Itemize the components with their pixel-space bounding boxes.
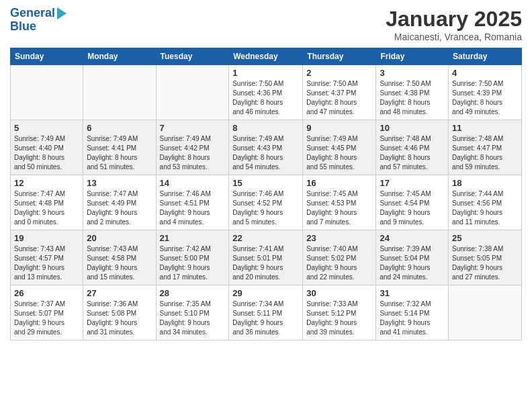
calendar-cell: 9Sunrise: 7:49 AM Sunset: 4:45 PM Daylig… [303,120,376,175]
calendar-week-row: 1Sunrise: 7:50 AM Sunset: 4:36 PM Daylig… [11,65,522,120]
day-info: Sunrise: 7:40 AM Sunset: 5:02 PM Dayligh… [306,244,372,282]
day-info: Sunrise: 7:50 AM Sunset: 4:39 PM Dayligh… [452,79,518,117]
day-number: 31 [380,288,445,298]
day-info: Sunrise: 7:49 AM Sunset: 4:42 PM Dayligh… [160,134,226,172]
day-number: 1 [232,68,299,78]
calendar-cell: 2Sunrise: 7:50 AM Sunset: 4:37 PM Daylig… [303,65,376,120]
weekday-header-row: SundayMondayTuesdayWednesdayThursdayFrid… [11,48,522,65]
day-info: Sunrise: 7:33 AM Sunset: 5:12 PM Dayligh… [306,300,372,337]
calendar-cell [83,65,156,120]
day-number: 20 [87,233,152,243]
day-info: Sunrise: 7:49 AM Sunset: 4:43 PM Dayligh… [232,134,299,172]
calendar-cell: 5Sunrise: 7:49 AM Sunset: 4:40 PM Daylig… [11,120,83,175]
day-info: Sunrise: 7:50 AM Sunset: 4:37 PM Dayligh… [306,79,372,117]
calendar-week-row: 19Sunrise: 7:43 AM Sunset: 4:57 PM Dayli… [11,230,522,285]
calendar-cell: 31Sunrise: 7:32 AM Sunset: 5:14 PM Dayli… [376,285,449,340]
weekday-header-thursday: Thursday [303,48,376,65]
day-number: 15 [232,178,299,188]
day-info: Sunrise: 7:49 AM Sunset: 4:45 PM Dayligh… [306,134,372,172]
calendar-cell: 19Sunrise: 7:43 AM Sunset: 4:57 PM Dayli… [11,230,83,285]
day-number: 19 [14,233,79,243]
calendar-cell: 16Sunrise: 7:45 AM Sunset: 4:53 PM Dayli… [303,175,376,230]
day-info: Sunrise: 7:43 AM Sunset: 4:58 PM Dayligh… [87,244,152,282]
calendar-cell: 13Sunrise: 7:47 AM Sunset: 4:49 PM Dayli… [83,175,156,230]
day-info: Sunrise: 7:48 AM Sunset: 4:46 PM Dayligh… [380,134,445,172]
day-number: 10 [380,123,445,133]
page-container: General Blue January 2025 Maicanesti, Vr… [0,0,532,347]
calendar-cell: 18Sunrise: 7:44 AM Sunset: 4:56 PM Dayli… [449,175,522,230]
day-number: 26 [14,288,79,298]
day-number: 29 [232,288,299,298]
day-number: 23 [306,233,372,243]
day-info: Sunrise: 7:42 AM Sunset: 5:00 PM Dayligh… [160,244,226,282]
calendar-cell: 26Sunrise: 7:37 AM Sunset: 5:07 PM Dayli… [11,285,83,340]
calendar-cell: 20Sunrise: 7:43 AM Sunset: 4:58 PM Dayli… [83,230,156,285]
logo: General Blue [10,7,66,34]
day-info: Sunrise: 7:43 AM Sunset: 4:57 PM Dayligh… [14,244,79,282]
day-number: 22 [232,233,299,243]
day-info: Sunrise: 7:45 AM Sunset: 4:54 PM Dayligh… [380,189,445,227]
calendar-cell: 23Sunrise: 7:40 AM Sunset: 5:02 PM Dayli… [303,230,376,285]
day-number: 16 [306,178,372,188]
day-number: 18 [452,178,518,188]
logo-text-general: General [10,7,55,20]
calendar-cell [449,285,522,340]
calendar-cell: 17Sunrise: 7:45 AM Sunset: 4:54 PM Dayli… [376,175,449,230]
calendar-cell: 10Sunrise: 7:48 AM Sunset: 4:46 PM Dayli… [376,120,449,175]
weekday-header-tuesday: Tuesday [156,48,229,65]
day-info: Sunrise: 7:49 AM Sunset: 4:40 PM Dayligh… [14,134,79,172]
logo-text-blue: Blue [10,20,36,34]
day-info: Sunrise: 7:47 AM Sunset: 4:49 PM Dayligh… [87,189,152,227]
calendar-cell: 22Sunrise: 7:41 AM Sunset: 5:01 PM Dayli… [229,230,303,285]
day-number: 8 [232,123,299,133]
title-section: January 2025 Maicanesti, Vrancea, Romani… [386,7,522,42]
day-number: 24 [380,233,445,243]
day-number: 9 [306,123,372,133]
calendar-week-row: 26Sunrise: 7:37 AM Sunset: 5:07 PM Dayli… [11,285,522,340]
day-number: 12 [14,178,79,188]
day-info: Sunrise: 7:32 AM Sunset: 5:14 PM Dayligh… [380,300,445,337]
calendar-cell: 12Sunrise: 7:47 AM Sunset: 4:48 PM Dayli… [11,175,83,230]
location: Maicanesti, Vrancea, Romania [386,32,522,42]
day-number: 30 [306,288,372,298]
weekday-header-friday: Friday [376,48,449,65]
day-number: 5 [14,123,79,133]
day-number: 21 [160,233,226,243]
calendar-cell: 14Sunrise: 7:46 AM Sunset: 4:51 PM Dayli… [156,175,229,230]
day-info: Sunrise: 7:36 AM Sunset: 5:08 PM Dayligh… [87,300,152,337]
calendar-cell: 30Sunrise: 7:33 AM Sunset: 5:12 PM Dayli… [303,285,376,340]
day-number: 6 [87,123,152,133]
calendar-cell: 6Sunrise: 7:49 AM Sunset: 4:41 PM Daylig… [83,120,156,175]
day-number: 11 [452,123,518,133]
day-number: 3 [380,68,445,78]
day-info: Sunrise: 7:50 AM Sunset: 4:36 PM Dayligh… [232,79,299,117]
day-info: Sunrise: 7:41 AM Sunset: 5:01 PM Dayligh… [232,244,299,282]
day-number: 14 [160,178,226,188]
calendar-cell: 11Sunrise: 7:48 AM Sunset: 4:47 PM Dayli… [449,120,522,175]
day-number: 25 [452,233,518,243]
day-number: 28 [160,288,226,298]
calendar-cell: 8Sunrise: 7:49 AM Sunset: 4:43 PM Daylig… [229,120,303,175]
calendar-cell: 15Sunrise: 7:46 AM Sunset: 4:52 PM Dayli… [229,175,303,230]
calendar-cell: 29Sunrise: 7:34 AM Sunset: 5:11 PM Dayli… [229,285,303,340]
month-title: January 2025 [386,7,522,32]
day-info: Sunrise: 7:47 AM Sunset: 4:48 PM Dayligh… [14,189,79,227]
day-info: Sunrise: 7:46 AM Sunset: 4:52 PM Dayligh… [232,189,299,227]
day-info: Sunrise: 7:45 AM Sunset: 4:53 PM Dayligh… [306,189,372,227]
day-number: 4 [452,68,518,78]
logo-arrow-icon [57,7,66,19]
calendar-cell: 3Sunrise: 7:50 AM Sunset: 4:38 PM Daylig… [376,65,449,120]
calendar-cell [11,65,83,120]
day-info: Sunrise: 7:39 AM Sunset: 5:04 PM Dayligh… [380,244,445,282]
weekday-header-wednesday: Wednesday [229,48,303,65]
calendar-week-row: 5Sunrise: 7:49 AM Sunset: 4:40 PM Daylig… [11,120,522,175]
day-number: 7 [160,123,226,133]
calendar-cell: 25Sunrise: 7:38 AM Sunset: 5:05 PM Dayli… [449,230,522,285]
calendar-cell: 24Sunrise: 7:39 AM Sunset: 5:04 PM Dayli… [376,230,449,285]
calendar-cell: 21Sunrise: 7:42 AM Sunset: 5:00 PM Dayli… [156,230,229,285]
calendar-cell: 4Sunrise: 7:50 AM Sunset: 4:39 PM Daylig… [449,65,522,120]
day-info: Sunrise: 7:35 AM Sunset: 5:10 PM Dayligh… [160,300,226,337]
header: General Blue January 2025 Maicanesti, Vr… [10,7,522,42]
calendar-week-row: 12Sunrise: 7:47 AM Sunset: 4:48 PM Dayli… [11,175,522,230]
day-number: 17 [380,178,445,188]
